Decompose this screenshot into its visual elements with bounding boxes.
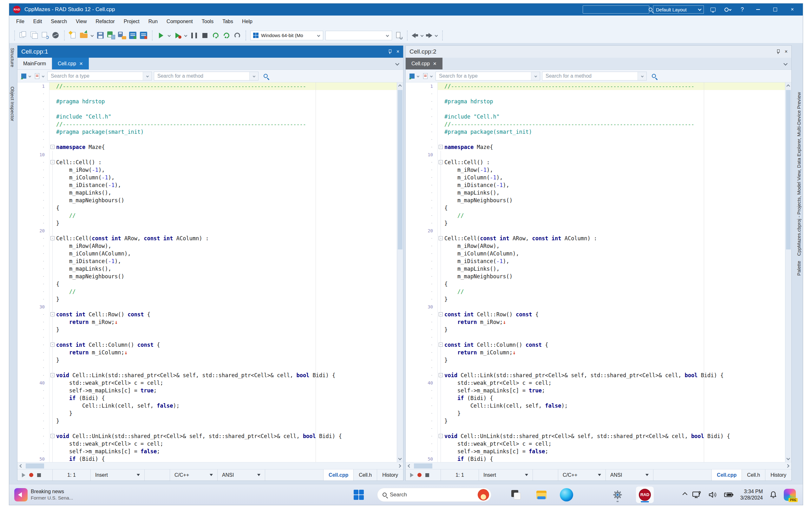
scrollbar-thumb[interactable]: [414, 463, 432, 469]
view-unit-button[interactable]: [139, 31, 148, 40]
menu-item-component[interactable]: Component: [167, 19, 193, 24]
menu-item-tools[interactable]: Tools: [202, 19, 213, 24]
help-button[interactable]: ?: [737, 5, 748, 14]
scroll-up-icon[interactable]: [398, 84, 402, 88]
module-view-icon[interactable]: [21, 73, 27, 79]
insert-mode-select[interactable]: Insert: [478, 470, 532, 481]
start-button[interactable]: [352, 488, 366, 502]
scroll-right-icon[interactable]: [398, 464, 401, 468]
fold-collapse-icon[interactable]: -: [51, 160, 55, 164]
chevron-down-icon[interactable]: [417, 74, 419, 77]
view-form-button[interactable]: [128, 31, 137, 40]
fold-collapse-icon[interactable]: -: [439, 373, 443, 377]
menu-item-edit[interactable]: Edit: [33, 19, 42, 24]
fold-collapse-icon[interactable]: -: [51, 312, 55, 316]
horizontal-scrollbar[interactable]: [406, 462, 791, 469]
macro-record-icon[interactable]: [417, 473, 422, 477]
copilot-button[interactable]: PRE: [784, 489, 796, 501]
menu-item-project[interactable]: Project: [124, 19, 140, 24]
code-editor[interactable]: 1//-------------------------------------…: [406, 82, 785, 462]
search-icon[interactable]: [652, 74, 656, 78]
tab-cell-cpp[interactable]: Cell.cpp✕: [52, 58, 89, 69]
open-folder-button[interactable]: [80, 31, 88, 40]
dock-tab-structure[interactable]: Structure: [10, 48, 15, 67]
save-button[interactable]: [96, 31, 105, 40]
device-select-button[interactable]: [394, 31, 403, 40]
run-button[interactable]: [157, 31, 165, 40]
tab-list-chevron-icon[interactable]: [783, 61, 788, 66]
fold-collapse-icon[interactable]: -: [439, 343, 443, 347]
clock[interactable]: 3:34 PM 3/28/2024: [740, 488, 763, 501]
pane-2-header[interactable]: Cell.cpp:2 ×: [406, 46, 791, 58]
method-search-combo[interactable]: [542, 72, 647, 81]
hidden-icons-chevron-icon[interactable]: [682, 492, 687, 497]
chevron-down-icon[interactable]: [29, 74, 31, 77]
menu-item-tabs[interactable]: Tabs: [222, 19, 233, 24]
scroll-up-icon[interactable]: [786, 84, 790, 88]
combo-dropdown-button[interactable]: [143, 72, 152, 80]
reopen-button[interactable]: [40, 31, 49, 40]
module-view-icon[interactable]: [409, 73, 415, 79]
search-highlight-image[interactable]: [478, 489, 489, 501]
macro-stop-icon[interactable]: [425, 473, 429, 477]
build-config-select[interactable]: [325, 31, 392, 40]
network-icon[interactable]: [692, 491, 702, 499]
chevron-down-icon[interactable]: [184, 34, 187, 37]
unit-file-icon[interactable]: [422, 73, 429, 79]
open-file-button[interactable]: [30, 31, 38, 40]
chevron-down-icon[interactable]: [91, 34, 94, 37]
type-search-input[interactable]: [48, 73, 143, 79]
step-over-button[interactable]: [211, 31, 220, 40]
widgets-button[interactable]: Breaking news Former U.S. Sena...: [14, 488, 73, 502]
close-icon[interactable]: ×: [397, 49, 399, 54]
fold-collapse-icon[interactable]: -: [439, 434, 443, 438]
menu-item-refactor[interactable]: Refactor: [95, 19, 115, 24]
help-insight-icon[interactable]: [51, 31, 60, 40]
syntax-select[interactable]: C/C++: [170, 470, 217, 481]
navigate-forward-button[interactable]: [426, 33, 432, 38]
run-with-debugging-button[interactable]: [173, 31, 182, 40]
menu-item-help[interactable]: Help: [242, 19, 253, 24]
scroll-down-icon[interactable]: [398, 456, 402, 460]
combo-dropdown-button[interactable]: [531, 72, 540, 80]
notifications-bell-icon[interactable]: [769, 491, 777, 499]
insert-mode-select[interactable]: Insert: [90, 470, 144, 481]
navigate-back-button[interactable]: [412, 33, 418, 38]
syntax-select[interactable]: C/C++: [558, 470, 606, 481]
chevron-down-icon[interactable]: [430, 74, 433, 77]
tab-cell-cpp[interactable]: Cell.cpp✕: [406, 58, 442, 69]
tab-list-chevron-icon[interactable]: [395, 61, 399, 66]
taskbar-search[interactable]: Search: [377, 488, 491, 502]
vertical-scrollbar[interactable]: [397, 82, 403, 462]
menu-item-run[interactable]: Run: [148, 19, 157, 24]
close-tab-icon[interactable]: ✕: [79, 61, 83, 66]
target-platform-select[interactable]: Windows 64-bit (Mo: [250, 31, 323, 40]
restore-button[interactable]: [768, 5, 782, 14]
scroll-down-icon[interactable]: [786, 456, 790, 460]
edge-browser-button[interactable]: [560, 488, 573, 502]
unit-file-icon[interactable]: [34, 73, 40, 79]
method-search-combo[interactable]: [154, 72, 259, 81]
fold-collapse-icon[interactable]: -: [439, 236, 443, 240]
fold-collapse-icon[interactable]: -: [439, 160, 443, 164]
encoding-select[interactable]: ANSI: [217, 470, 265, 481]
pane-2-code-area[interactable]: 1//-------------------------------------…: [406, 82, 791, 462]
chevron-down-icon[interactable]: [420, 34, 424, 37]
run-until-return-button[interactable]: [233, 31, 241, 40]
vertical-scrollbar[interactable]: [785, 82, 791, 462]
scrollbar-thumb[interactable]: [26, 463, 44, 469]
type-search-combo[interactable]: [435, 72, 540, 81]
fold-collapse-icon[interactable]: -: [51, 145, 55, 149]
scrollbar-thumb[interactable]: [786, 90, 791, 249]
trace-into-button[interactable]: [222, 31, 231, 40]
task-view-button[interactable]: [509, 488, 523, 502]
horizontal-scrollbar[interactable]: [18, 462, 403, 469]
file-tab-cell-h[interactable]: Cell.h: [742, 470, 765, 481]
close-button[interactable]: ×: [786, 5, 799, 14]
macro-record-icon[interactable]: [29, 473, 33, 477]
rad-studio-app-button[interactable]: RAD: [636, 486, 654, 503]
combo-dropdown-button[interactable]: [638, 72, 646, 80]
file-tab-cell-h[interactable]: Cell.h: [353, 470, 377, 481]
ide-search-input[interactable]: [585, 7, 649, 12]
pane-1-header[interactable]: Cell.cpp:1 ×: [18, 46, 403, 58]
